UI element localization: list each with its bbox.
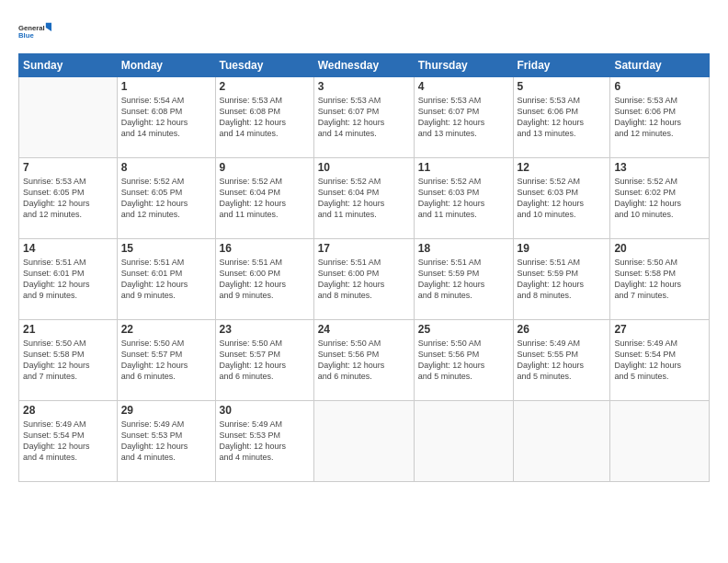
week-row-1: 1Sunrise: 5:54 AM Sunset: 6:08 PM Daylig… <box>19 77 710 158</box>
calendar-cell: 21Sunrise: 5:50 AM Sunset: 5:58 PM Dayli… <box>19 320 118 401</box>
day-info: Sunrise: 5:49 AM Sunset: 5:53 PM Dayligh… <box>121 419 211 464</box>
day-info: Sunrise: 5:50 AM Sunset: 5:57 PM Dayligh… <box>121 338 211 383</box>
header-monday: Monday <box>117 54 215 77</box>
calendar-cell: 14Sunrise: 5:51 AM Sunset: 6:01 PM Dayli… <box>19 239 118 320</box>
svg-text:Blue: Blue <box>18 31 34 40</box>
day-info: Sunrise: 5:54 AM Sunset: 6:08 PM Dayligh… <box>121 95 211 140</box>
calendar-cell: 29Sunrise: 5:49 AM Sunset: 5:53 PM Dayli… <box>117 401 215 482</box>
day-number: 14 <box>23 242 113 255</box>
calendar-cell: 5Sunrise: 5:53 AM Sunset: 6:06 PM Daylig… <box>513 77 610 158</box>
logo-svg: General Blue <box>18 17 51 46</box>
week-row-5: 28Sunrise: 5:49 AM Sunset: 5:54 PM Dayli… <box>19 401 710 482</box>
calendar-cell: 4Sunrise: 5:53 AM Sunset: 6:07 PM Daylig… <box>414 77 513 158</box>
calendar-cell: 6Sunrise: 5:53 AM Sunset: 6:06 PM Daylig… <box>610 77 710 158</box>
header-wednesday: Wednesday <box>313 54 414 77</box>
day-number: 30 <box>220 404 310 417</box>
day-number: 22 <box>121 323 211 336</box>
day-number: 25 <box>418 323 509 336</box>
calendar-cell: 7Sunrise: 5:53 AM Sunset: 6:05 PM Daylig… <box>19 158 118 239</box>
day-number: 20 <box>614 242 705 255</box>
svg-text:General: General <box>18 24 45 32</box>
day-info: Sunrise: 5:52 AM Sunset: 6:04 PM Dayligh… <box>318 176 410 221</box>
day-info: Sunrise: 5:50 AM Sunset: 5:58 PM Dayligh… <box>23 338 113 383</box>
calendar-cell <box>313 401 414 482</box>
calendar-cell: 2Sunrise: 5:53 AM Sunset: 6:08 PM Daylig… <box>215 77 313 158</box>
day-info: Sunrise: 5:51 AM Sunset: 5:59 PM Dayligh… <box>518 257 607 302</box>
day-info: Sunrise: 5:51 AM Sunset: 5:59 PM Dayligh… <box>418 257 509 302</box>
day-number: 11 <box>418 161 509 174</box>
day-info: Sunrise: 5:52 AM Sunset: 6:04 PM Dayligh… <box>220 176 310 221</box>
day-number: 21 <box>23 323 113 336</box>
day-number: 18 <box>418 242 509 255</box>
day-number: 17 <box>318 242 410 255</box>
calendar-cell: 22Sunrise: 5:50 AM Sunset: 5:57 PM Dayli… <box>117 320 215 401</box>
day-number: 2 <box>220 80 310 93</box>
calendar-cell <box>513 401 610 482</box>
calendar-cell: 9Sunrise: 5:52 AM Sunset: 6:04 PM Daylig… <box>215 158 313 239</box>
day-number: 16 <box>220 242 310 255</box>
calendar-cell: 12Sunrise: 5:52 AM Sunset: 6:03 PM Dayli… <box>513 158 610 239</box>
day-number: 27 <box>614 323 705 336</box>
calendar-cell: 13Sunrise: 5:52 AM Sunset: 6:02 PM Dayli… <box>610 158 710 239</box>
day-number: 29 <box>121 404 211 417</box>
calendar-cell: 1Sunrise: 5:54 AM Sunset: 6:08 PM Daylig… <box>117 77 215 158</box>
calendar-cell: 10Sunrise: 5:52 AM Sunset: 6:04 PM Dayli… <box>313 158 414 239</box>
day-info: Sunrise: 5:53 AM Sunset: 6:07 PM Dayligh… <box>318 95 410 140</box>
calendar-cell: 8Sunrise: 5:52 AM Sunset: 6:05 PM Daylig… <box>117 158 215 239</box>
header: General Blue <box>18 17 710 46</box>
calendar-cell: 15Sunrise: 5:51 AM Sunset: 6:01 PM Dayli… <box>117 239 215 320</box>
day-info: Sunrise: 5:53 AM Sunset: 6:06 PM Dayligh… <box>518 95 607 140</box>
day-info: Sunrise: 5:50 AM Sunset: 5:56 PM Dayligh… <box>318 338 410 383</box>
day-info: Sunrise: 5:52 AM Sunset: 6:03 PM Dayligh… <box>418 176 509 221</box>
calendar-cell: 25Sunrise: 5:50 AM Sunset: 5:56 PM Dayli… <box>414 320 513 401</box>
day-info: Sunrise: 5:52 AM Sunset: 6:03 PM Dayligh… <box>518 176 607 221</box>
day-info: Sunrise: 5:49 AM Sunset: 5:53 PM Dayligh… <box>220 419 310 464</box>
calendar-cell: 17Sunrise: 5:51 AM Sunset: 6:00 PM Dayli… <box>313 239 414 320</box>
day-info: Sunrise: 5:51 AM Sunset: 6:01 PM Dayligh… <box>121 257 211 302</box>
day-number: 28 <box>23 404 113 417</box>
day-info: Sunrise: 5:50 AM Sunset: 5:58 PM Dayligh… <box>614 257 705 302</box>
day-info: Sunrise: 5:52 AM Sunset: 6:02 PM Dayligh… <box>614 176 705 221</box>
day-info: Sunrise: 5:51 AM Sunset: 6:00 PM Dayligh… <box>220 257 310 302</box>
day-number: 7 <box>23 161 113 174</box>
day-number: 15 <box>121 242 211 255</box>
header-tuesday: Tuesday <box>215 54 313 77</box>
day-info: Sunrise: 5:52 AM Sunset: 6:05 PM Dayligh… <box>121 176 211 221</box>
day-info: Sunrise: 5:49 AM Sunset: 5:54 PM Dayligh… <box>614 338 705 383</box>
calendar-cell: 26Sunrise: 5:49 AM Sunset: 5:55 PM Dayli… <box>513 320 610 401</box>
day-number: 1 <box>121 80 211 93</box>
calendar-cell: 30Sunrise: 5:49 AM Sunset: 5:53 PM Dayli… <box>215 401 313 482</box>
week-row-3: 14Sunrise: 5:51 AM Sunset: 6:01 PM Dayli… <box>19 239 710 320</box>
day-info: Sunrise: 5:53 AM Sunset: 6:06 PM Dayligh… <box>614 95 705 140</box>
calendar-cell: 27Sunrise: 5:49 AM Sunset: 5:54 PM Dayli… <box>610 320 710 401</box>
week-row-2: 7Sunrise: 5:53 AM Sunset: 6:05 PM Daylig… <box>19 158 710 239</box>
calendar-cell: 16Sunrise: 5:51 AM Sunset: 6:00 PM Dayli… <box>215 239 313 320</box>
day-number: 24 <box>318 323 410 336</box>
calendar-cell: 19Sunrise: 5:51 AM Sunset: 5:59 PM Dayli… <box>513 239 610 320</box>
calendar-cell <box>610 401 710 482</box>
day-number: 13 <box>614 161 705 174</box>
day-number: 5 <box>518 80 607 93</box>
header-friday: Friday <box>513 54 610 77</box>
header-saturday: Saturday <box>610 54 710 77</box>
day-info: Sunrise: 5:49 AM Sunset: 5:55 PM Dayligh… <box>518 338 607 383</box>
calendar-cell <box>19 77 118 158</box>
calendar-cell: 11Sunrise: 5:52 AM Sunset: 6:03 PM Dayli… <box>414 158 513 239</box>
header-thursday: Thursday <box>414 54 513 77</box>
day-info: Sunrise: 5:53 AM Sunset: 6:08 PM Dayligh… <box>220 95 310 140</box>
day-number: 23 <box>220 323 310 336</box>
calendar-table: SundayMondayTuesdayWednesdayThursdayFrid… <box>18 53 710 482</box>
calendar-cell <box>414 401 513 482</box>
day-number: 26 <box>518 323 607 336</box>
calendar-cell: 20Sunrise: 5:50 AM Sunset: 5:58 PM Dayli… <box>610 239 710 320</box>
week-row-4: 21Sunrise: 5:50 AM Sunset: 5:58 PM Dayli… <box>19 320 710 401</box>
day-info: Sunrise: 5:50 AM Sunset: 5:56 PM Dayligh… <box>418 338 509 383</box>
day-info: Sunrise: 5:53 AM Sunset: 6:07 PM Dayligh… <box>418 95 509 140</box>
day-number: 6 <box>614 80 705 93</box>
day-number: 8 <box>121 161 211 174</box>
header-sunday: Sunday <box>19 54 118 77</box>
day-number: 4 <box>418 80 509 93</box>
day-info: Sunrise: 5:49 AM Sunset: 5:54 PM Dayligh… <box>23 419 113 464</box>
day-info: Sunrise: 5:51 AM Sunset: 6:00 PM Dayligh… <box>318 257 410 302</box>
day-info: Sunrise: 5:50 AM Sunset: 5:57 PM Dayligh… <box>220 338 310 383</box>
